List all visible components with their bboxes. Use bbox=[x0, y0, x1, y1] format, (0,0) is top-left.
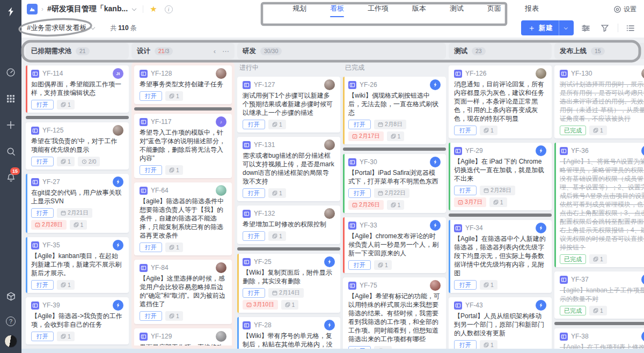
open-status-button[interactable]: 打开 bbox=[31, 332, 54, 341]
work-item-card[interactable]: YF-64【agile】筛选器的筛选条件中想要筛选负责人等于【我】的条件，自建的… bbox=[134, 182, 232, 255]
package-cube-icon[interactable] bbox=[5, 290, 17, 302]
work-item-card[interactable]: YF-37【agile】kanban上子工作项显示的数量不对已完成1 bbox=[554, 271, 644, 319]
column-header[interactable]: 发布上线15 bbox=[554, 43, 644, 59]
open-status-button[interactable]: 打开 bbox=[243, 188, 265, 198]
work-item-card[interactable]: YF-127测试用例下1个步骤可以新建多个预期结果或者新建步骤时候可以继承上一个… bbox=[237, 77, 340, 133]
info-icon[interactable]: i bbox=[165, 5, 173, 13]
work-item-card[interactable]: YF-75【Agile】希望有标记的功能，可以用特殊的样式展示出来我想要筛选的结… bbox=[343, 277, 446, 349]
card-header: YF-29 bbox=[454, 146, 546, 155]
open-status-button[interactable]: 打开 bbox=[243, 120, 265, 129]
search-icon[interactable] bbox=[5, 145, 17, 157]
column-header[interactable]: 研发30/30 bbox=[237, 43, 446, 59]
open-status-button[interactable]: 打开 bbox=[243, 288, 265, 298]
pingcode-logo-icon[interactable] bbox=[5, 6, 16, 19]
open-status-button[interactable]: 打开 bbox=[140, 311, 162, 321]
work-item-card[interactable]: YF-34【Agile】在筛选器中个人新建的筛选器，筛选器列表内优先级字段下均显… bbox=[449, 220, 552, 293]
tab-版本[interactable]: 版本 bbox=[412, 0, 426, 18]
group-list-icon[interactable] bbox=[623, 20, 638, 35]
work-item-card[interactable]: YF-25【Wiki】复制页面后，附件显示删除，其实没有删除打开2月14日3月1… bbox=[237, 254, 340, 313]
work-item-card[interactable]: YF-28【Wiki】带有序号的单元格，复制后，粘贴在其他单元格内，没有连同序号… bbox=[237, 317, 340, 349]
tab-规划[interactable]: 规划 bbox=[292, 0, 306, 18]
project-icon[interactable] bbox=[27, 4, 38, 14]
open-status-button[interactable]: 打开 bbox=[454, 340, 477, 349]
new-item-dropdown-icon[interactable] bbox=[564, 26, 568, 30]
card-type-icon bbox=[31, 301, 39, 310]
current-user-avatar[interactable] bbox=[4, 335, 17, 348]
open-status-button[interactable]: 打开 bbox=[140, 242, 162, 252]
card-footer: 已完成1 bbox=[560, 254, 644, 264]
tab-看板[interactable]: 看板 bbox=[330, 0, 344, 18]
title-dropdown-icon[interactable] bbox=[132, 6, 136, 10]
display-settings-icon[interactable] bbox=[578, 20, 593, 35]
column-header[interactable]: 测试23 bbox=[449, 43, 552, 59]
column-header[interactable]: 设计21/3‹⋯ bbox=[131, 43, 235, 59]
open-status-button[interactable]: 打开 bbox=[454, 126, 477, 135]
filter-icon[interactable] bbox=[597, 20, 612, 35]
annotation-bar bbox=[26, 116, 129, 119]
open-status-button[interactable]: 打开 bbox=[31, 157, 54, 166]
work-item-card[interactable]: YF-43【Portal】人员从组织架构移动到另一个部门，原部门和新部门的人数都… bbox=[449, 297, 552, 349]
favorite-star-icon[interactable]: ★ bbox=[150, 4, 157, 14]
open-status-button[interactable]: 打开 bbox=[31, 208, 54, 218]
work-item-card[interactable]: YF-38【Agile】在工作项列表上修改状态，如果这个工作项在页面底部的倒数2… bbox=[554, 328, 644, 349]
card-type-icon bbox=[140, 70, 148, 78]
work-item-card[interactable]: YF-36【Agile】1、将账号A设置为策略管理员，策略管理员的权限是没有基础… bbox=[554, 143, 644, 267]
board-selector[interactable]: #业务需求研发看板 bbox=[27, 23, 95, 33]
open-status-button[interactable]: 打开 bbox=[348, 188, 371, 198]
help-icon[interactable]: ? bbox=[6, 317, 16, 326]
done-status-button[interactable]: 已完成 bbox=[560, 254, 586, 264]
tab-测试[interactable]: 测试 bbox=[450, 0, 464, 18]
work-item-card[interactable]: YF-130测试计划选择而用例时，展示的是所有用例，是否可以考虑只筛选出来评审通… bbox=[554, 65, 644, 138]
work-item-card[interactable]: YF-129界面最底部工作项，直接修改状态的状态选择弹窗，希望像协作版一样能自动… bbox=[134, 328, 232, 345]
collapse-column-icon[interactable]: ‹ bbox=[214, 48, 216, 55]
work-item-card[interactable]: YF-39【Agile】筛选器->我负责的工作项，会收到非自己的任务打开1 bbox=[26, 297, 129, 344]
work-item-card[interactable]: YF-126消息通知，目前评论回复，所有内容都显示为灰色，建议和任务页面一样，本… bbox=[449, 65, 552, 138]
kanban-column-group-研发: 研发30/30进行中YF-127测试用例下1个步骤可以新建多个预期结果或者新建步… bbox=[237, 43, 446, 349]
open-status-button[interactable]: 打开 bbox=[454, 186, 477, 195]
card-footer: 打开1 bbox=[348, 260, 441, 270]
tab-页面[interactable]: 页面 bbox=[487, 0, 501, 18]
column-more-icon[interactable]: ⋯ bbox=[222, 48, 229, 55]
tab-工作项[interactable]: 工作项 bbox=[368, 0, 389, 18]
link-count-chip: 1 bbox=[480, 126, 497, 135]
link-count-chip: 1 bbox=[489, 197, 507, 207]
assignee-avatar bbox=[113, 240, 123, 251]
work-item-card[interactable]: YF-30【Portal】iPad Safira浏览器模式下，打开菜单有不明黑色… bbox=[343, 154, 446, 213]
done-status-button[interactable]: 已完成 bbox=[560, 306, 586, 315]
open-status-button[interactable]: 打开 bbox=[140, 165, 162, 175]
work-item-card[interactable]: YF-29【Agile】在 iPad 下的 Chrome 切换迭代一直在加载，就… bbox=[449, 143, 552, 210]
work-item-card[interactable]: YF-27在git提交的代码，用户故事关联上显示SVN打开2月21日2月28日1 bbox=[26, 174, 129, 233]
assignee-avatar bbox=[216, 262, 226, 273]
work-item-card[interactable]: YF-26【wiki】偶现格式刷按钮选中后，无法去除，一直在格式刷状态打开2月8… bbox=[343, 77, 446, 144]
new-item-button[interactable]: ＋ 新建 bbox=[521, 20, 574, 35]
open-status-button[interactable]: 打开 bbox=[243, 231, 265, 241]
work-item-card[interactable]: YF-125希望在'我负责的'中，对于工作项能有优先级的显示打开12/0 bbox=[26, 122, 129, 170]
apps-grid-icon[interactable] bbox=[5, 93, 17, 105]
work-item-card[interactable]: YF-131需求或者bug描述的部分描述框可以支持视频上传，是否是markdow… bbox=[237, 137, 340, 201]
work-item-card[interactable]: YF-132希望增加工时修改的权限控制打开1 bbox=[237, 205, 340, 244]
work-item-card[interactable]: YF-35【Agile】kanban项目，在起始列新建工作项，新建完不展示刷新后… bbox=[26, 237, 129, 293]
settings-button[interactable]: 设置 bbox=[613, 0, 636, 18]
annotation-bar bbox=[449, 214, 552, 217]
horizontal-scrollbar[interactable] bbox=[21, 349, 644, 353]
notifications-bell-icon[interactable]: 15 bbox=[5, 172, 17, 183]
column-header[interactable]: 已排期需求池21 bbox=[26, 43, 129, 59]
work-item-card[interactable]: YF-84【Agile】这里选择的时候，感觉用户会比较容易忽略掉后边的“确定”和… bbox=[134, 260, 232, 324]
open-status-button[interactable]: 打开 bbox=[31, 280, 54, 290]
work-item-card[interactable]: YF-33【Agile】chrome发布评论的时候负责人前一秒是另一个人，刷新一… bbox=[343, 217, 446, 273]
work-item-card[interactable]: YF-117♪希望导入工作项的模版中，针对“蓝色字体的说明描述部分，不能删除，删… bbox=[134, 114, 232, 178]
tab-报表[interactable]: 报表 bbox=[525, 0, 539, 18]
create-plus-icon[interactable] bbox=[5, 119, 17, 131]
due-date-chip: 3月7日 bbox=[454, 197, 486, 207]
card-header: YF-129 bbox=[140, 332, 226, 341]
open-status-button[interactable]: 打开 bbox=[348, 260, 371, 270]
open-status-button[interactable]: 打开 bbox=[31, 100, 54, 109]
done-status-button[interactable]: 已完成 bbox=[560, 126, 586, 135]
work-item-card[interactable]: YF-128希望事务类型支持创建子任务打开1 bbox=[134, 65, 232, 104]
work-item-card[interactable]: YF-114JI如图偶界面，希望能跟工作项一样，支持直接编辑状态打开1 bbox=[26, 65, 129, 113]
dashboard-icon[interactable] bbox=[5, 67, 17, 78]
card-title: 希望导入工作项的模版中，针对“蓝色字体的说明描述部分，不能删除，删除后将无法导入… bbox=[140, 128, 226, 163]
open-status-button[interactable]: 打开 bbox=[140, 91, 162, 101]
open-status-button[interactable]: 打开 bbox=[454, 280, 477, 290]
open-status-button[interactable]: 打开 bbox=[348, 120, 371, 129]
